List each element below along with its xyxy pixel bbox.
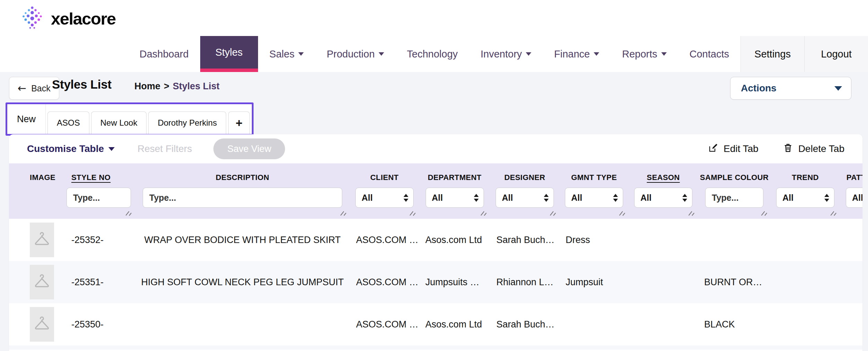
column-header-label: CLIENT xyxy=(370,173,399,182)
cell-description: WRAP OVER BODICE WITH PLEATED SKIRT xyxy=(135,235,350,245)
column-resize-handle[interactable] xyxy=(124,210,132,217)
column-resize-handle[interactable] xyxy=(479,210,487,217)
save-view-button[interactable]: Save View xyxy=(213,138,285,159)
cell-client: ASOS.COM … xyxy=(350,277,419,288)
nav-item-technology[interactable]: Technology xyxy=(396,36,469,72)
resize-line xyxy=(484,213,487,216)
brand-name: xelacore xyxy=(51,9,116,28)
cell-gmnt-type: Dress xyxy=(559,235,629,245)
triangle-down-icon xyxy=(824,199,829,202)
table-card: Customise Table Reset Filters Save View … xyxy=(9,134,862,351)
nav-item-styles[interactable]: Styles xyxy=(200,36,258,72)
column-resize-handle[interactable] xyxy=(760,210,768,217)
style_no-filter-input[interactable] xyxy=(67,188,131,208)
nav-item-production[interactable]: Production xyxy=(315,36,396,72)
column-header-client[interactable]: CLIENT xyxy=(350,173,419,182)
column-header-gmnt-type[interactable]: GMNT TYPE xyxy=(559,173,629,182)
nav-item-sales[interactable]: Sales xyxy=(258,36,316,72)
breadcrumb-current: Styles List xyxy=(173,81,220,92)
edit-tab-button[interactable]: Edit Tab xyxy=(708,143,759,155)
chevron-down-icon xyxy=(594,52,599,56)
table-row[interactable]: -25351-HIGH SOFT COWL NECK PEG LEG JUMPS… xyxy=(9,261,862,303)
cell-style-no: -25351- xyxy=(62,277,135,288)
designer-filter-select[interactable]: All xyxy=(496,188,554,208)
sample_colour-filter-input[interactable] xyxy=(705,188,763,208)
column-resize-handle[interactable] xyxy=(618,210,626,217)
chevron-down-icon xyxy=(526,52,531,56)
triangle-down-icon xyxy=(544,199,549,202)
chevron-down-icon xyxy=(298,52,304,56)
column-header-department[interactable]: DEPARTMENT xyxy=(419,173,490,182)
column-resize-handle[interactable] xyxy=(548,210,557,217)
nav-item-dashboard[interactable]: Dashboard xyxy=(128,36,200,72)
customise-table-button[interactable]: Customise Table xyxy=(27,143,115,154)
tab-new[interactable]: New xyxy=(7,104,46,134)
column-resize-handle[interactable] xyxy=(339,210,347,217)
table-row-partial xyxy=(9,345,862,350)
select-value: All xyxy=(640,193,652,203)
nav-logout[interactable]: Logout xyxy=(804,36,868,72)
column-header-image[interactable]: IMAGE xyxy=(21,173,62,182)
nav-item-label: Dashboard xyxy=(140,48,189,60)
resize-line xyxy=(129,213,132,216)
nav-item-finance[interactable]: Finance xyxy=(543,36,611,72)
actions-dropdown[interactable]: Actions xyxy=(730,77,851,100)
nav-item-label: Styles xyxy=(215,47,243,58)
tab-new-look[interactable]: New Look xyxy=(91,111,147,134)
column-header-designer[interactable]: DESIGNER xyxy=(490,173,559,182)
column-header-season[interactable]: SEASON xyxy=(629,173,698,182)
row-image-cell xyxy=(21,307,62,342)
season-filter-select[interactable]: All xyxy=(634,188,692,208)
nav-item-contacts[interactable]: Contacts xyxy=(678,36,741,72)
column-header-sample-colour[interactable]: SAMPLE COLOUR xyxy=(698,173,771,182)
tab-new-label: New xyxy=(17,114,36,125)
column-header-label: IMAGE xyxy=(30,173,55,182)
column-header-style-no[interactable]: STYLE NO xyxy=(62,173,135,182)
triangle-down-icon xyxy=(613,199,618,202)
column-header-label: SAMPLE COLOUR xyxy=(700,173,769,182)
column-resize-handle[interactable] xyxy=(687,210,695,217)
column-header-trend[interactable]: TREND xyxy=(771,173,840,182)
column-resize-handle[interactable] xyxy=(408,210,416,217)
nav-logout-label: Logout xyxy=(821,48,852,60)
hanger-icon xyxy=(30,223,54,257)
brand-logo[interactable]: xelacore xyxy=(19,5,116,33)
delete-tab-label: Delete Tab xyxy=(798,143,844,154)
triangle-up-icon xyxy=(824,194,829,197)
spinner-icon xyxy=(404,194,408,202)
reset-filters-button[interactable]: Reset Filters xyxy=(138,143,192,154)
cell-style-no: -25352- xyxy=(62,235,135,245)
cell-designer: Rhiannon L… xyxy=(490,277,559,288)
select-value: All xyxy=(782,193,794,203)
nav-item-inventory[interactable]: Inventory xyxy=(469,36,543,72)
resize-line xyxy=(344,213,346,216)
description-filter-input[interactable] xyxy=(143,188,342,208)
nav-settings[interactable]: Settings xyxy=(741,36,804,72)
column-header-label: SEASON xyxy=(647,173,680,182)
table-row[interactable]: -25352-WRAP OVER BODICE WITH PLEATED SKI… xyxy=(9,219,862,261)
table-row[interactable]: -25350-ASOS.COM …Asos.com LtdSarah Buch…… xyxy=(9,303,862,345)
spinner-icon xyxy=(474,194,479,202)
column-resize-handle[interactable] xyxy=(829,210,837,217)
actions-label: Actions xyxy=(741,83,777,94)
nav-item-label: Reports xyxy=(622,48,657,60)
tab-label: New Look xyxy=(100,118,138,128)
trend-filter-select[interactable]: All xyxy=(776,188,834,208)
tab-asos[interactable]: ASOS xyxy=(47,111,89,134)
add-tab-button[interactable]: + xyxy=(228,111,250,134)
tab-dorothy-perkins[interactable]: Dorothy Perkins xyxy=(148,111,226,134)
column-header-label: DEPARTMENT xyxy=(428,173,481,182)
select-value: All xyxy=(362,193,373,203)
triangle-up-icon xyxy=(682,194,687,197)
client-filter-select[interactable]: All xyxy=(355,188,414,208)
column-header-label: STYLE NO xyxy=(71,173,110,182)
delete-tab-button[interactable]: Delete Tab xyxy=(783,143,844,155)
select-value: All xyxy=(571,193,582,203)
nav-item-reports[interactable]: Reports xyxy=(611,36,678,72)
column-header-description[interactable]: DESCRIPTION xyxy=(135,173,350,182)
department-filter-select[interactable]: All xyxy=(426,188,484,208)
gmnt_type-filter-select[interactable]: All xyxy=(565,188,623,208)
column-header-pattern[interactable]: PATTERN xyxy=(840,173,862,182)
pattern-filter-select[interactable]: All xyxy=(846,188,862,208)
breadcrumb-home[interactable]: Home xyxy=(134,81,160,92)
